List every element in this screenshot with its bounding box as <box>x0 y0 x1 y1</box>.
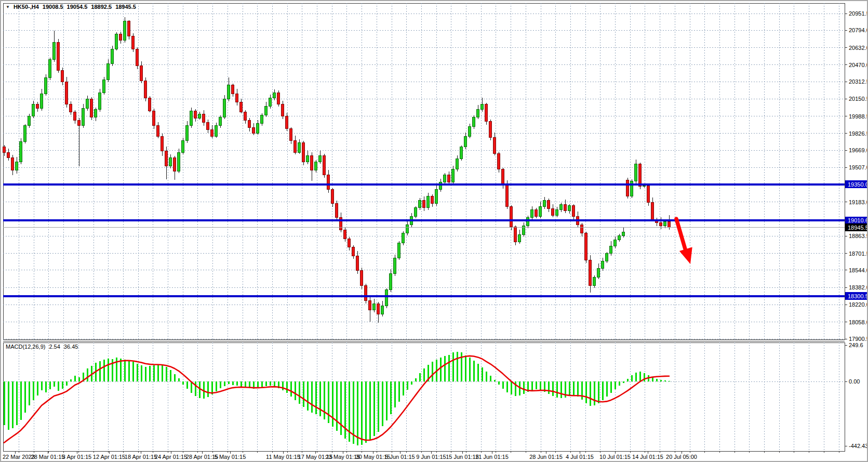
candle-body <box>348 239 351 247</box>
candle-body <box>593 277 596 285</box>
price-tick-label: 18701.5 <box>849 250 868 257</box>
ohlc-close: 18945.5 <box>115 4 136 10</box>
candle-body <box>277 93 280 104</box>
price-tick-label: 20794.0 <box>849 27 868 33</box>
time-axis[interactable]: 22 Mar 202328 Mar 01:153 Apr 01:1512 Apr… <box>1 451 868 462</box>
candle-body <box>415 208 417 216</box>
candle-body <box>252 128 255 133</box>
candle-body <box>510 207 513 227</box>
candle-body <box>431 196 434 203</box>
candle-body <box>369 300 371 310</box>
candle-body <box>385 290 388 306</box>
ohlc-high: 19054.5 <box>67 4 88 10</box>
candle-body <box>53 43 56 60</box>
candle-body <box>485 104 488 122</box>
candle-body <box>597 269 600 277</box>
svg-text:18300.5: 18300.5 <box>848 293 868 299</box>
symbol-name: HK50-,H4 <box>14 4 39 10</box>
candle-body <box>128 21 130 36</box>
macd-axis[interactable]: 249.60.00-442.43 <box>845 342 868 451</box>
candle-body <box>523 226 525 234</box>
candle-body <box>20 142 22 162</box>
candle-body <box>547 200 550 208</box>
candle-body <box>626 180 629 196</box>
time-tick-label: 12 Apr 01:15 <box>93 454 125 460</box>
candle-body <box>207 123 209 130</box>
candle-body <box>660 222 662 226</box>
candle-body <box>489 122 492 138</box>
candle-body <box>99 93 101 110</box>
candle-body <box>306 155 309 162</box>
time-tick-label: 5 Jun 01:15 <box>385 454 415 460</box>
candle-body <box>435 190 438 204</box>
candle-body <box>602 261 604 268</box>
chart-expand-icon[interactable]: ▼ <box>6 5 10 9</box>
candle-body <box>286 116 288 129</box>
candle-body <box>298 143 301 152</box>
candle-body <box>294 140 297 152</box>
candle-body <box>556 210 558 215</box>
candle-body <box>78 120 81 125</box>
candle-body <box>211 130 213 136</box>
time-tick-label: 23 May 01:15 <box>326 454 360 460</box>
candle-body <box>153 111 155 126</box>
time-tick-label: 24 Apr 01:15 <box>155 454 187 460</box>
candle-body <box>448 175 450 182</box>
candle-body <box>635 164 637 181</box>
price-tick-label: 20632.0 <box>849 45 868 51</box>
time-tick-label: 15 Jun 01:15 <box>446 454 479 460</box>
time-tick-label: 22 Mar 2023 <box>3 454 35 460</box>
candle-body <box>315 162 317 170</box>
candle-body <box>506 186 509 207</box>
candle-body <box>11 157 14 170</box>
candle-body <box>427 196 430 208</box>
time-tick-label: 4 Jul 01:15 <box>566 454 594 460</box>
price-flag: 18945.5 <box>845 223 868 231</box>
candle-body <box>560 205 563 210</box>
candle-body <box>219 117 222 125</box>
candle-body <box>57 43 60 70</box>
candle-body <box>360 271 363 286</box>
candle-body <box>493 137 496 153</box>
candle-body <box>157 126 159 137</box>
candle-body <box>70 104 72 112</box>
candle-body <box>643 186 646 187</box>
candle-body <box>178 152 180 171</box>
price-tick-label: 20470.0 <box>849 62 868 68</box>
price-tick-label: 18863.5 <box>849 233 868 239</box>
candle-body <box>140 66 143 81</box>
candle-body <box>61 70 64 82</box>
candle-body <box>473 117 475 126</box>
candle-body <box>539 207 542 216</box>
price-axis[interactable]: 20951.520794.020632.020470.020312.520150… <box>845 1 868 342</box>
svg-text:19350.0: 19350.0 <box>848 181 868 188</box>
candle-body <box>610 246 612 254</box>
time-tick-label: 28 Jun 01:15 <box>529 454 563 460</box>
candle-body <box>119 34 122 40</box>
price-tick-label: 20951.5 <box>849 10 868 17</box>
candle-body <box>90 99 93 117</box>
time-tick-label: 9 Jun 01:15 <box>416 454 446 460</box>
candle-body <box>144 81 147 98</box>
candle-body <box>65 82 68 104</box>
candle-body <box>606 254 608 261</box>
macd-tick-label: 0.00 <box>849 378 860 385</box>
price-tick-label: 20150.5 <box>849 96 868 102</box>
candle-body <box>3 147 6 152</box>
candle-body <box>182 140 184 152</box>
price-tick-label: 18382.0 <box>849 284 868 291</box>
candle-body <box>390 274 392 290</box>
candle-body <box>527 217 529 226</box>
candle-body <box>194 111 197 118</box>
candle-body <box>394 258 396 274</box>
candle-body <box>41 94 43 109</box>
candle-body <box>498 153 500 169</box>
candle-body <box>589 260 592 285</box>
price-tick-label: 17900.5 <box>849 336 868 342</box>
candlestick-chart-canvas[interactable]: 20951.520794.020632.020470.020312.520150… <box>1 1 868 462</box>
candle-body <box>481 104 484 110</box>
candle-body <box>173 157 176 171</box>
candle-body <box>469 127 471 136</box>
candle-body <box>664 221 666 226</box>
candle-body <box>169 157 172 166</box>
